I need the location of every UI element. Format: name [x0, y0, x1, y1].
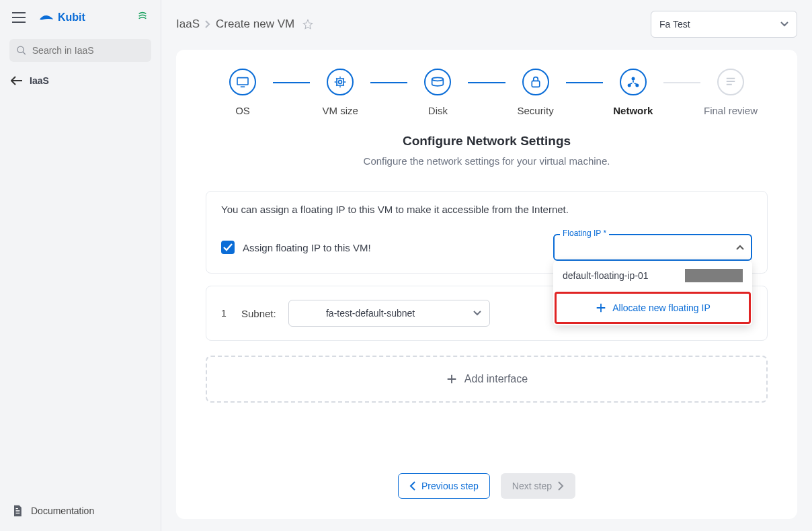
topbar: IaaS Create new VM Fa Test	[176, 8, 797, 40]
chevron-right-icon	[557, 481, 564, 491]
search-input[interactable]	[32, 45, 145, 56]
chevron-down-icon	[780, 22, 788, 27]
step-final-review-label: Final review	[704, 105, 758, 116]
plus-icon	[446, 373, 458, 385]
floating-ip-dropdown: default-floating-ip-01 Allocate new floa…	[553, 261, 752, 325]
sidebar: Kubit IaaS Documentation	[0, 0, 161, 531]
allocate-new-floating-ip[interactable]: Allocate new floating IP	[555, 292, 751, 324]
brand-name: Kubit	[58, 11, 85, 24]
secondary-logo-icon[interactable]	[136, 10, 151, 25]
svg-point-0	[17, 46, 24, 52]
subnet-select-value: fa-test-default-subnet	[326, 308, 415, 319]
floating-ip-panel: You can assign a floating IP to this VM …	[206, 191, 768, 274]
add-interface-button[interactable]: Add interface	[206, 356, 768, 403]
floating-ip-field: Floating IP * default-floating-ip-01	[553, 234, 752, 261]
search-icon	[16, 44, 27, 56]
step-network[interactable]: Network	[603, 69, 663, 116]
hamburger-menu-button[interactable]	[9, 8, 28, 27]
network-icon	[626, 76, 640, 88]
check-icon	[223, 243, 233, 251]
floating-ip-description: You can assign a floating IP to this VM …	[221, 204, 752, 215]
nav-back-iaas[interactable]: IaaS	[0, 69, 161, 93]
documentation-label: Documentation	[31, 505, 94, 516]
floating-ip-select[interactable]	[553, 234, 752, 261]
next-step-label: Next step	[512, 481, 552, 491]
chevron-up-icon	[736, 245, 744, 250]
previous-step-button[interactable]: Previous step	[398, 473, 490, 499]
wizard-footer: Previous step Next step	[206, 446, 768, 499]
next-step-button: Next step	[501, 473, 575, 499]
svg-point-6	[631, 77, 635, 81]
floating-ip-option-label: default-floating-ip-01	[563, 270, 649, 281]
wizard-card: OS VM size Disk Security	[176, 50, 797, 519]
step-vm-size-label: VM size	[323, 105, 358, 116]
breadcrumb-iaas[interactable]: IaaS	[176, 17, 200, 31]
svg-point-4	[432, 77, 444, 81]
floating-ip-input-label: Floating IP *	[560, 229, 609, 238]
step-disk-label: Disk	[428, 105, 448, 116]
brand-swoosh-icon	[39, 13, 54, 22]
svg-rect-5	[532, 81, 539, 87]
step-network-label: Network	[613, 105, 653, 116]
nav-iaas-label: IaaS	[30, 75, 49, 86]
monitor-icon	[236, 77, 249, 87]
stepper: OS VM size Disk Security	[206, 69, 768, 116]
allocate-new-floating-ip-label: Allocate new floating IP	[612, 302, 710, 313]
assign-floating-ip-label: Assign floating IP to this VM!	[243, 242, 371, 253]
search-input-container[interactable]	[9, 39, 151, 62]
chevron-down-icon	[473, 311, 481, 316]
step-os-label: OS	[235, 105, 250, 116]
lock-icon	[530, 76, 541, 88]
previous-step-label: Previous step	[421, 481, 479, 491]
assign-floating-ip-checkbox[interactable]	[221, 241, 235, 254]
svg-point-3	[339, 81, 342, 84]
svg-rect-2	[337, 79, 343, 85]
step-final-review[interactable]: Final review	[700, 69, 761, 116]
step-vm-size[interactable]: VM size	[310, 69, 370, 116]
page-title: Configure Network Settings	[206, 134, 768, 149]
step-os[interactable]: OS	[212, 69, 273, 116]
project-selector[interactable]: Fa Test	[651, 11, 797, 38]
cpu-icon	[333, 75, 347, 89]
chevron-left-icon	[409, 481, 416, 491]
interface-index: 1	[221, 308, 229, 319]
breadcrumb-create-vm[interactable]: Create new VM	[216, 17, 294, 31]
review-icon	[725, 77, 737, 87]
brand-logo[interactable]: Kubit	[39, 11, 85, 24]
main-content: IaaS Create new VM Fa Test	[161, 0, 812, 531]
redacted-ip-value	[685, 269, 743, 282]
plus-icon	[595, 302, 607, 314]
floating-ip-option-default[interactable]: default-floating-ip-01	[553, 261, 752, 290]
favorite-star-icon[interactable]	[302, 19, 313, 30]
project-selected-value: Fa Test	[659, 19, 690, 30]
subnet-label: Subnet:	[241, 308, 276, 319]
documentation-link[interactable]: Documentation	[0, 495, 161, 531]
breadcrumb: IaaS Create new VM	[176, 17, 313, 31]
step-disk[interactable]: Disk	[407, 69, 468, 116]
page-subtitle: Configure the network settings for your …	[206, 155, 768, 167]
arrow-left-icon	[11, 76, 23, 85]
step-security[interactable]: Security	[505, 69, 566, 116]
add-interface-label: Add interface	[464, 373, 528, 385]
subnet-select[interactable]: fa-test-default-subnet	[288, 300, 490, 327]
chevron-right-icon	[205, 20, 210, 28]
document-icon	[11, 504, 24, 518]
disk-icon	[431, 77, 444, 87]
svg-rect-1	[237, 78, 248, 85]
step-security-label: Security	[518, 105, 554, 116]
